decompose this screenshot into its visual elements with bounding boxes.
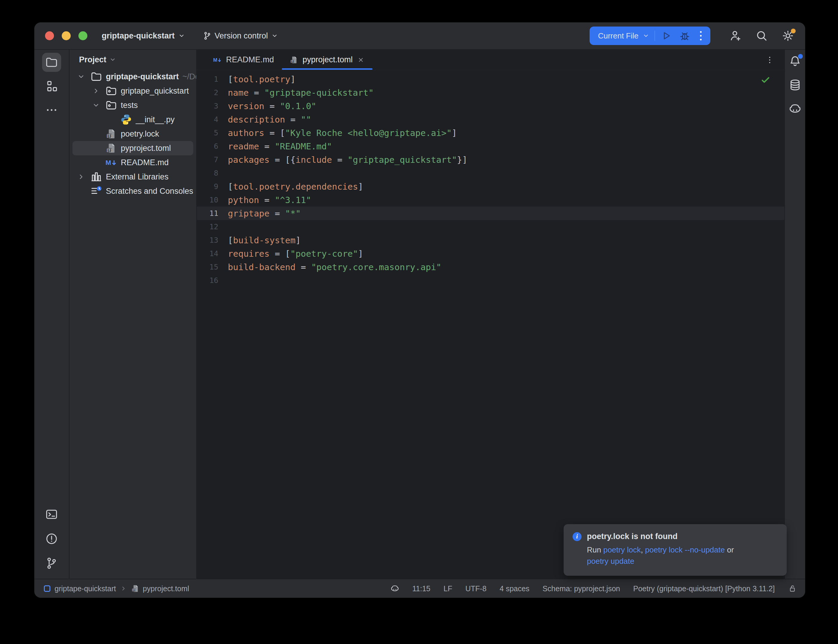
tree-item-scratches-and-consoles[interactable]: Scratches and Consoles bbox=[69, 184, 196, 198]
project-menu[interactable]: griptape-quickstart bbox=[102, 31, 186, 41]
chevron-down-icon bbox=[271, 32, 279, 39]
version-control-tool-button[interactable] bbox=[42, 554, 61, 573]
status-item-utf-8[interactable]: UTF-8 bbox=[465, 584, 486, 593]
tree-item-label: poetry.lock bbox=[121, 130, 159, 139]
svg-text:M: M bbox=[105, 159, 111, 166]
python-icon bbox=[120, 113, 132, 125]
code-text: [build-system] bbox=[228, 235, 301, 245]
code-text: [tool.poetry.dependencies] bbox=[228, 182, 363, 192]
chevron-down-icon bbox=[642, 32, 650, 39]
code-line-11: 11griptape = "*" bbox=[197, 207, 784, 220]
problems-tool-button[interactable] bbox=[42, 529, 61, 548]
notification-link[interactable]: poetry update bbox=[587, 557, 634, 565]
code-line-10: 10python = "^3.11" bbox=[197, 193, 784, 207]
ai-assistant-tool-button[interactable] bbox=[789, 102, 802, 115]
run-config-selector[interactable]: Current File bbox=[598, 31, 650, 41]
database-tool-button[interactable] bbox=[789, 79, 802, 92]
svg-text:M: M bbox=[213, 57, 217, 62]
lock-icon[interactable] bbox=[788, 584, 797, 593]
tree-item--init-py[interactable]: __init__.py bbox=[69, 112, 196, 127]
notification-link[interactable]: poetry lock bbox=[603, 545, 641, 554]
package-folder-icon bbox=[105, 99, 117, 111]
breadcrumb-label: griptape-quickstart bbox=[54, 584, 116, 593]
tab-pyproject-toml[interactable]: [T]pyproject.toml bbox=[282, 50, 373, 70]
chevron-down-icon bbox=[109, 56, 117, 64]
notification-body: Run poetry lock, poetry lock --no-update… bbox=[587, 544, 778, 567]
chevron-right-icon bbox=[77, 172, 85, 181]
tree-item-label: README.md bbox=[121, 158, 169, 167]
line-number: 3 bbox=[197, 102, 228, 110]
code-line-5: 5authors = ["Kyle Roche <hello@griptape.… bbox=[197, 126, 784, 140]
tree-item-label: tests bbox=[121, 101, 138, 110]
structure-icon bbox=[45, 80, 58, 93]
toml-icon: [T] bbox=[105, 142, 117, 154]
maximize-button[interactable] bbox=[79, 31, 87, 40]
status-item-11-15[interactable]: 11:15 bbox=[412, 584, 431, 593]
notifications-button[interactable] bbox=[789, 54, 802, 68]
more-icon bbox=[45, 104, 58, 117]
markdown-icon: M bbox=[213, 56, 222, 64]
tab-readme-md[interactable]: MREADME.md bbox=[205, 50, 282, 70]
notification-title: poetry.lock is not found bbox=[587, 532, 677, 541]
code-line-8: 8 bbox=[197, 166, 784, 180]
breadcrumb-item-pyproject-toml[interactable]: [T]pyproject.toml bbox=[131, 584, 189, 593]
copilot-status-icon[interactable] bbox=[390, 584, 399, 593]
status-item-lf[interactable]: LF bbox=[444, 584, 452, 593]
window-controls bbox=[45, 31, 87, 40]
tree-chevron-down-icon[interactable] bbox=[90, 101, 105, 110]
project-panel-header[interactable]: Project bbox=[69, 50, 196, 69]
tree-chevron-right-icon[interactable] bbox=[76, 172, 90, 181]
more-tools-button[interactable] bbox=[42, 100, 61, 120]
code-line-4: 4description = "" bbox=[197, 113, 784, 126]
tree-chevron-down-icon[interactable] bbox=[76, 72, 90, 81]
tree-chevron-right-icon[interactable] bbox=[90, 87, 105, 95]
code-line-14: 14requires = ["poetry-core"] bbox=[197, 247, 784, 260]
code-line-9: 9[tool.poetry.dependencies] bbox=[197, 180, 784, 193]
toml-icon: [T] bbox=[105, 128, 117, 140]
tree-item-griptape-quickstart[interactable]: griptape-quickstart~/Docume bbox=[69, 69, 196, 84]
code-editor[interactable]: 1[tool.poetry]2name = "griptape-quicksta… bbox=[197, 70, 784, 579]
tree-item-external-libraries[interactable]: External Libraries bbox=[69, 170, 196, 184]
line-number: 15 bbox=[197, 263, 228, 271]
close-tab-icon[interactable] bbox=[357, 56, 365, 64]
line-number: 1 bbox=[197, 75, 228, 84]
tree-item-tests[interactable]: tests bbox=[69, 98, 196, 112]
tree-item-poetry-lock[interactable]: [T]poetry.lock bbox=[69, 127, 196, 141]
settings-button[interactable] bbox=[781, 29, 794, 42]
line-number: 10 bbox=[197, 196, 228, 204]
run-button[interactable] bbox=[660, 29, 673, 42]
tree-item-label: External Libraries bbox=[106, 172, 169, 182]
search-everywhere-button[interactable] bbox=[755, 29, 768, 42]
minimize-button[interactable] bbox=[62, 31, 71, 40]
svg-text:[T]: [T] bbox=[106, 148, 112, 152]
status-item-poetry-griptape-quickstart-pyt[interactable]: Poetry (griptape-quickstart) [Python 3.1… bbox=[633, 584, 775, 593]
close-button[interactable] bbox=[45, 31, 54, 40]
code-text: authors = ["Kyle Roche <hello@griptape.a… bbox=[228, 128, 457, 138]
more-run-options-button[interactable] bbox=[694, 29, 707, 42]
inspections-passed-icon[interactable] bbox=[761, 75, 771, 85]
tree-item-griptape-quickstart[interactable]: griptape_quickstart bbox=[69, 84, 196, 98]
code-text: description = "" bbox=[228, 115, 311, 125]
vcs-menu[interactable]: Version control bbox=[203, 31, 279, 41]
status-item-4-spaces[interactable]: 4 spaces bbox=[500, 584, 529, 593]
line-number: 4 bbox=[197, 115, 228, 124]
tab-options-button[interactable] bbox=[765, 50, 784, 70]
notification-link[interactable]: poetry lock --no-update bbox=[645, 545, 725, 554]
structure-tool-button[interactable] bbox=[42, 77, 61, 96]
tree-item-pyproject-toml[interactable]: [T]pyproject.toml bbox=[72, 141, 193, 155]
project-tool-button[interactable] bbox=[42, 53, 61, 72]
breadcrumb-item-griptape-quickstart[interactable]: griptape-quickstart bbox=[43, 584, 116, 593]
chevron-down-icon bbox=[178, 32, 186, 39]
badge-dot bbox=[791, 29, 796, 33]
line-number: 8 bbox=[197, 169, 228, 177]
toml-icon: [T] bbox=[289, 56, 299, 64]
code-line-13: 13[build-system] bbox=[197, 233, 784, 247]
debug-button[interactable] bbox=[678, 29, 691, 42]
add-user-button[interactable] bbox=[729, 29, 742, 42]
svg-text:[T]: [T] bbox=[106, 134, 112, 138]
status-item-schema-pyproject-json[interactable]: Schema: pyproject.json bbox=[542, 584, 620, 593]
terminal-tool-button[interactable] bbox=[42, 505, 61, 524]
tree-item-readme-md[interactable]: MREADME.md bbox=[69, 155, 196, 170]
kebab-icon bbox=[765, 56, 774, 64]
right-tool-strip bbox=[784, 50, 805, 579]
